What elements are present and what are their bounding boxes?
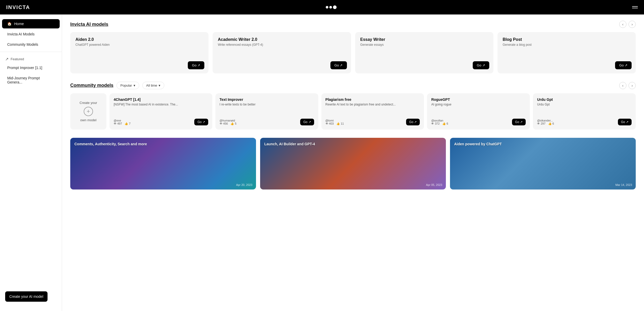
hamburger-button[interactable] [632,6,638,8]
model-card-blog: Blog Post Generate a blog post Go ↗ [498,32,636,73]
sidebar-midjourney-label: Mid-Journey Prompt Genera... [7,76,55,84]
card-plagiarism-desc: Rewrite AI text to be plagiarism free an… [325,103,420,117]
sidebar-item-community-models[interactable]: Community Models [2,40,60,49]
promo-card-2[interactable]: Launch, AI Builder and GPT-4 Apr 05, 202… [260,138,446,189]
model-card-academic-subtitle: Write referenced essays (GPT-4) [218,43,346,47]
sidebar-featured-label: Featured [11,57,24,61]
promo-card-1-date: Apr 20, 2023 [236,183,252,186]
invicta-nav-arrows: ‹ › [619,21,636,28]
sidebar-home-label: Home [14,22,24,26]
community-next-button[interactable]: › [629,82,636,89]
card-plagiarism-author: @tomi [325,119,344,122]
invicta-prev-button[interactable]: ‹ [619,21,626,28]
sidebar-featured-section: ↗ Featured [0,54,62,63]
layout: 🏠 Home Invicta AI Models Community Model… [0,14,644,311]
model-card-blog-go-button[interactable]: Go ↗ [615,61,632,69]
promo-card-2-date: Apr 05, 2023 [426,183,442,186]
plus-icon: + [84,107,93,116]
card-4changpt-views: 👁 497 [114,122,122,125]
promo-cards-row: Comments, Authenticity, Search and more … [70,138,636,189]
card-roguegpt-desc: AI going rogue [431,103,526,117]
invicta-section-title: Invicta AI models [70,22,108,27]
card-urdu-go-button[interactable]: Go ↗ [618,119,632,125]
card-urdu-stats: 👁 297 👍 6 [537,122,554,125]
card-urdu-likes: 👍 6 [548,122,554,125]
invicta-section-header: Invicta AI models ‹ › [70,21,636,28]
card-4changpt-desc: [NSFW] The most based AI in existence. T… [114,103,208,117]
sidebar-item-prompt-improver[interactable]: Prompt Improver [1.1] [2,63,60,72]
chevron-down-icon-2: ▾ [159,84,160,87]
card-urdu-title: Urdu Gpt [537,97,632,102]
create-model-label-bottom: own model [80,118,97,122]
filter-alltime-label: All time [146,84,157,87]
topnav: INVICTA [0,0,644,14]
chevron-down-icon: ▾ [134,84,135,87]
logo: INVICTA [6,4,30,10]
card-text-improver-desc: I re-write texts to be better [220,103,314,117]
model-card-blog-title: Blog Post [503,37,631,42]
card-text-improver-author: @humanøid [220,119,236,122]
model-card-blog-subtitle: Generate a blog post [503,43,631,47]
card-4changpt-stats: 👁 497 👍 7 [114,122,130,125]
model-card-essay: Essay Writer Generate essays Go ↗ [355,32,493,73]
card-plagiarism-go-button[interactable]: Go ↗ [406,119,420,125]
promo-card-1-title: Comments, Authenticity, Search and more [74,142,147,146]
invicta-model-cards: Aiden 2.0 ChatGPT powered Aiden Go ↗ Aca… [70,32,636,73]
promo-card-2-title: Launch, AI Builder and GPT-4 [264,142,315,146]
card-plagiarism-stats: 👁 403 👍 11 [325,122,344,125]
model-card-academic: Academic Writer 2.0 Write referenced ess… [213,32,351,73]
card-4changpt-go-button[interactable]: Go ↗ [194,119,208,125]
model-card-aiden-go-button[interactable]: Go ↗ [188,61,204,69]
sidebar-prompt-label: Prompt Improver [1.1] [7,66,42,70]
card-4changpt-author: @exe [114,119,130,122]
model-card-essay-go-button[interactable]: Go ↗ [473,61,489,69]
sidebar-item-home[interactable]: 🏠 Home [2,19,60,28]
invicta-next-button[interactable]: › [629,21,636,28]
model-card-academic-go-button[interactable]: Go ↗ [330,61,347,69]
card-plagiarism-views: 👁 403 [325,122,334,125]
card-plagiarism-footer: @tomi 👁 403 👍 11 Go ↗ [325,119,420,125]
sidebar-community-label: Community Models [7,42,38,47]
promo-card-3-title: Aiden powered by ChatGPT [454,142,502,146]
promo-card-3[interactable]: Aiden powered by ChatGPT Mar 14, 2023 [450,138,636,189]
promo-card-1[interactable]: Comments, Authenticity, Search and more … [70,138,256,189]
card-text-improver-footer: @humanøid 👁 456 👍 5 Go ↗ [220,119,314,125]
model-card-essay-subtitle: Generate essays [360,43,488,47]
sidebar-invicta-label: Invicta AI Models [7,32,35,36]
sidebar-divider [0,52,62,52]
card-roguegpt-go-button[interactable]: Go ↗ [512,119,526,125]
community-nav-arrows: ‹ › [619,82,636,89]
community-card-urdu-gpt: Urdu Gpt Urdu Gpt @sikander... 👁 297 👍 6… [533,93,636,130]
card-roguegpt-likes: 👍 6 [442,122,448,125]
sidebar: 🏠 Home Invicta AI Models Community Model… [0,14,62,311]
card-plagiarism-title: Plagiarism free [325,97,420,102]
card-roguegpt-title: RogueGPT [431,97,526,102]
sidebar-bottom: Create your AI model [0,284,62,307]
card-4changpt-likes: 👍 7 [125,122,130,125]
filter-popular-button[interactable]: Popular ▾ [117,82,139,89]
card-urdu-author: @sikander... [537,119,554,122]
community-card-plagiarism: Plagiarism free Rewrite AI text to be pl… [321,93,424,130]
card-text-improver-title: Text Improver [220,97,314,102]
community-card-text-improver: Text Improver I re-write texts to be bet… [215,93,318,130]
card-roguegpt-views: 👁 372 [431,122,439,125]
community-card-4changpt: 4ChanGPT [1.4] [NSFW] The most based AI … [110,93,212,130]
community-prev-button[interactable]: ‹ [619,82,626,89]
sidebar-item-midjourney[interactable]: Mid-Journey Prompt Genera... [2,73,60,87]
main-content: Invicta AI models ‹ › Aiden 2.0 ChatGPT … [62,14,644,311]
model-card-essay-title: Essay Writer [360,37,488,42]
card-plagiarism-likes: 👍 11 [336,122,344,125]
create-model-card[interactable]: Create your + own model [70,93,106,130]
card-4changpt-title: 4ChanGPT [1.4] [114,97,208,102]
community-card-roguegpt: RogueGPT AI going rogue @axultan 👁 372 👍… [427,93,530,130]
card-roguegpt-stats: 👁 372 👍 6 [431,122,448,125]
card-urdu-views: 👁 297 [537,122,545,125]
model-card-aiden-subtitle: ChatGPT powered Aiden [75,43,203,47]
sidebar-create-ai-button[interactable]: Create your AI model [5,291,48,302]
sidebar-item-invicta-models[interactable]: Invicta AI Models [2,29,60,39]
card-text-improver-likes: 👍 5 [230,122,236,125]
home-icon: 🏠 [7,22,12,26]
card-urdu-desc: Urdu Gpt [537,103,632,117]
card-text-improver-go-button[interactable]: Go ↗ [300,119,314,125]
filter-alltime-button[interactable]: All time ▾ [142,82,165,89]
